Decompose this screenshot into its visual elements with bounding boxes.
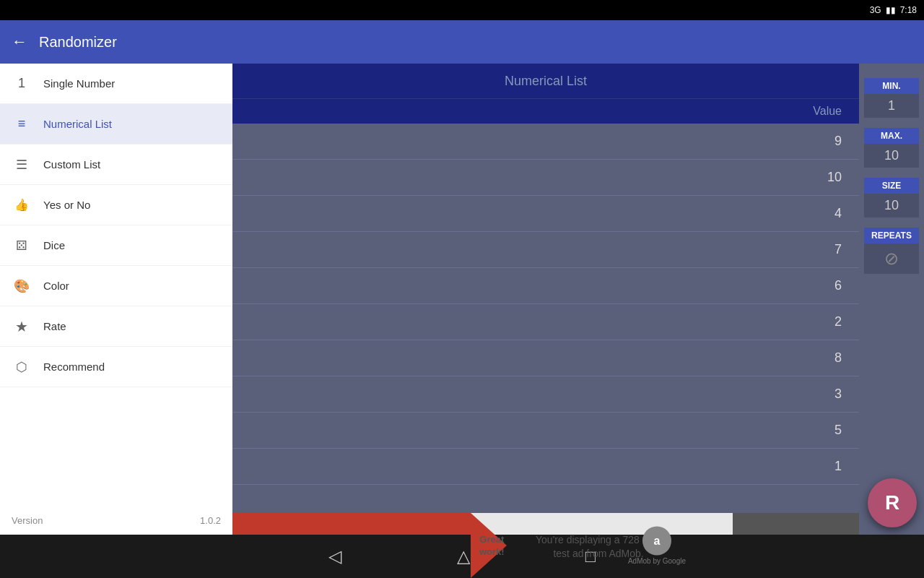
list-item: 5 bbox=[232, 413, 859, 449]
repeats-label: REPEATS bbox=[864, 228, 919, 243]
sidebar-item-label: Numerical List bbox=[43, 118, 112, 130]
version-row: Version 1.0.2 bbox=[0, 506, 232, 535]
main-layout: 1 Single Number ≡ Numerical List ☰ Custo… bbox=[0, 64, 924, 578]
list-item: 2 bbox=[232, 304, 859, 340]
app-title: Randomizer bbox=[39, 34, 117, 51]
yes-no-icon: 👍 bbox=[12, 198, 32, 212]
sidebar-item-color[interactable]: 🎨 Color bbox=[0, 266, 232, 306]
battery-icon: ▮▮ bbox=[886, 5, 896, 15]
version-value: 1.0.2 bbox=[200, 515, 221, 526]
value-header: Value bbox=[232, 98, 859, 124]
app-bar: ← Randomizer bbox=[0, 20, 924, 64]
sidebar-item-label: Custom List bbox=[43, 158, 100, 171]
rate-icon: ★ bbox=[12, 318, 32, 335]
list-item: 6 bbox=[232, 268, 859, 304]
content-title: Numerical List bbox=[505, 74, 587, 89]
nav-back-button[interactable]: ◁ bbox=[328, 546, 341, 566]
sidebar-item-dice[interactable]: ⚄ Dice bbox=[0, 225, 232, 266]
list-item: 7 bbox=[232, 232, 859, 268]
single-number-icon: 1 bbox=[12, 76, 32, 91]
size-label: SIZE bbox=[864, 178, 919, 194]
list-item: 3 bbox=[232, 376, 859, 413]
numerical-list-icon: ≡ bbox=[12, 116, 32, 131]
number-list: 91047628351 bbox=[232, 124, 859, 513]
list-item: 1 bbox=[232, 449, 859, 485]
sidebar-item-label: Dice bbox=[43, 239, 65, 251]
randomize-fab[interactable]: R bbox=[868, 478, 917, 527]
sidebar-item-label: Single Number bbox=[43, 77, 115, 90]
min-value[interactable]: 1 bbox=[864, 94, 919, 118]
max-label: MAX. bbox=[864, 128, 919, 144]
sidebar-item-recommend[interactable]: ⬡ Recommend bbox=[0, 347, 232, 387]
sidebar: 1 Single Number ≡ Numerical List ☰ Custo… bbox=[0, 64, 232, 578]
sidebar-item-label: Yes or No bbox=[43, 199, 90, 211]
content-section: Numerical List Value 91047628351 Great bbox=[232, 64, 924, 578]
sidebar-item-yes-or-no[interactable]: 👍 Yes or No bbox=[0, 185, 232, 225]
ad-provider: AdMob by Google bbox=[628, 557, 686, 565]
list-item: 8 bbox=[232, 340, 859, 376]
list-item: 10 bbox=[232, 160, 859, 196]
inner-row: Numerical List Value 91047628351 Great bbox=[232, 64, 924, 578]
nav-home-button[interactable]: △ bbox=[457, 546, 470, 566]
ad-great-work: Great work! bbox=[479, 533, 505, 557]
bottom-nav: ◁ △ □ bbox=[0, 535, 924, 578]
sidebar-item-label: Recommend bbox=[43, 361, 105, 373]
fab-letter: R bbox=[885, 491, 899, 514]
sidebar-item-rate[interactable]: ★ Rate bbox=[0, 306, 232, 347]
time-display: 7:18 bbox=[900, 5, 917, 15]
back-button[interactable]: ← bbox=[12, 33, 27, 51]
content-header: Numerical List bbox=[232, 64, 859, 98]
max-value[interactable]: 10 bbox=[864, 144, 919, 168]
size-value[interactable]: 10 bbox=[864, 194, 919, 217]
list-area: Numerical List Value 91047628351 Great bbox=[232, 64, 859, 578]
custom-list-icon: ☰ bbox=[12, 157, 32, 173]
sidebar-item-label: Color bbox=[43, 280, 69, 292]
sidebar-item-numerical-list[interactable]: ≡ Numerical List bbox=[0, 104, 232, 144]
status-bar: 3G ▮▮ 7:18 bbox=[0, 0, 924, 20]
share-icon: ⬡ bbox=[12, 359, 32, 375]
dice-icon: ⚄ bbox=[12, 238, 32, 254]
sidebar-item-single-number[interactable]: 1 Single Number bbox=[0, 64, 232, 104]
list-item: 4 bbox=[232, 196, 859, 232]
color-icon: 🎨 bbox=[12, 278, 32, 294]
network-indicator: 3G bbox=[870, 5, 881, 15]
repeats-toggle[interactable]: ⊘ bbox=[864, 243, 919, 274]
min-label: MIN. bbox=[864, 78, 919, 94]
list-item: 9 bbox=[232, 124, 859, 160]
sidebar-item-custom-list[interactable]: ☰ Custom List bbox=[0, 144, 232, 185]
admob-logo: a AdMob by Google bbox=[628, 527, 686, 565]
sidebar-item-label: Rate bbox=[43, 320, 66, 332]
version-label: Version bbox=[12, 515, 43, 526]
